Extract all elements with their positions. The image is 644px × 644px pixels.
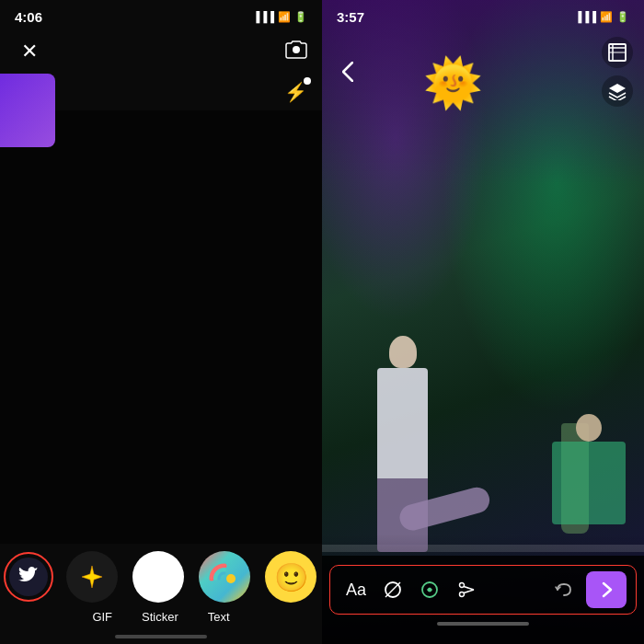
scissors-button[interactable]	[450, 573, 483, 606]
twitter-red-circle	[4, 552, 53, 602]
camera-icon[interactable]	[285, 40, 307, 63]
signal-icon: ▐▐▐	[253, 11, 274, 22]
close-button[interactable]: ✕	[15, 37, 44, 66]
text-label[interactable]: Text	[208, 610, 230, 624]
wifi-icon: 📶	[278, 11, 291, 23]
right-bottom-toolbar: Aa	[322, 556, 644, 644]
svg-point-8	[460, 583, 465, 588]
bottom-label-row: GIF Sticker Text	[0, 606, 322, 631]
layers-button[interactable]	[602, 75, 633, 107]
svg-point-0	[226, 574, 236, 583]
person2-head	[576, 414, 602, 442]
spark-circle	[66, 551, 118, 603]
purple-decoration	[0, 74, 55, 147]
toolbar-tools: Aa	[339, 573, 542, 606]
gif-label[interactable]: GIF	[92, 610, 112, 624]
camera-viewfinder	[0, 110, 322, 544]
bird-icon-bg	[9, 558, 48, 596]
left-status-icons: ▐▐▐ 📶 🔋	[253, 11, 307, 23]
left-bottom-toolbar: 🙂 GIF Sticker Text	[0, 544, 322, 644]
right-battery-icon: 🔋	[616, 11, 629, 23]
right-home-indicator	[437, 622, 529, 626]
left-panel: 4:06 ▐▐▐ 📶 🔋 ✕ ⚡	[0, 0, 322, 644]
undo-button[interactable]	[547, 573, 581, 606]
crop-button[interactable]	[602, 37, 633, 68]
person2-body	[552, 442, 626, 524]
right-top-right-controls	[602, 37, 633, 107]
lightning-icon[interactable]: ⚡	[284, 81, 307, 103]
back-button[interactable]	[333, 57, 362, 86]
sticker-row: 🙂	[0, 544, 322, 606]
left-home-indicator	[115, 635, 207, 638]
person1-head	[389, 336, 417, 368]
right-signal-icon: ▐▐▐	[575, 11, 596, 22]
rainbow-sticker-item[interactable]	[197, 551, 252, 603]
right-status-icons: ▐▐▐ 📶 🔋	[575, 11, 629, 23]
spark-sticker-item[interactable]	[64, 551, 120, 603]
sticker-label[interactable]: Sticker	[142, 610, 178, 624]
toolbar-inner: Aa	[329, 565, 637, 615]
svg-line-10	[464, 587, 474, 591]
battery-icon: 🔋	[294, 11, 307, 23]
rainbow-circle	[199, 551, 250, 603]
emoji-sticker-item[interactable]: 🙂	[263, 551, 318, 603]
white-circle	[132, 551, 184, 603]
emoji-circle: 🙂	[265, 551, 316, 603]
svg-point-9	[460, 592, 465, 597]
person1-body	[377, 368, 428, 478]
right-panel: 🌞 3:57 ▐▐▐ 📶 🔋	[322, 0, 644, 644]
right-top-controls	[322, 29, 644, 114]
person-sitting	[552, 414, 626, 524]
right-time: 3:57	[337, 9, 364, 25]
svg-line-11	[464, 590, 474, 593]
circle-tool-button[interactable]	[376, 573, 409, 606]
twitter-sticker-item[interactable]	[4, 552, 53, 602]
right-wifi-icon: 📶	[600, 11, 613, 23]
white-circle-item[interactable]	[131, 551, 186, 603]
left-time: 4:06	[15, 9, 42, 25]
left-top-bar: ✕	[0, 29, 322, 74]
brush-tool-button[interactable]	[413, 573, 446, 606]
right-status-bar: 3:57 ▐▐▐ 📶 🔋	[322, 0, 644, 29]
left-status-bar: 4:06 ▐▐▐ 📶 🔋	[0, 0, 322, 29]
next-button[interactable]	[586, 571, 627, 608]
text-tool-button[interactable]: Aa	[339, 573, 373, 606]
